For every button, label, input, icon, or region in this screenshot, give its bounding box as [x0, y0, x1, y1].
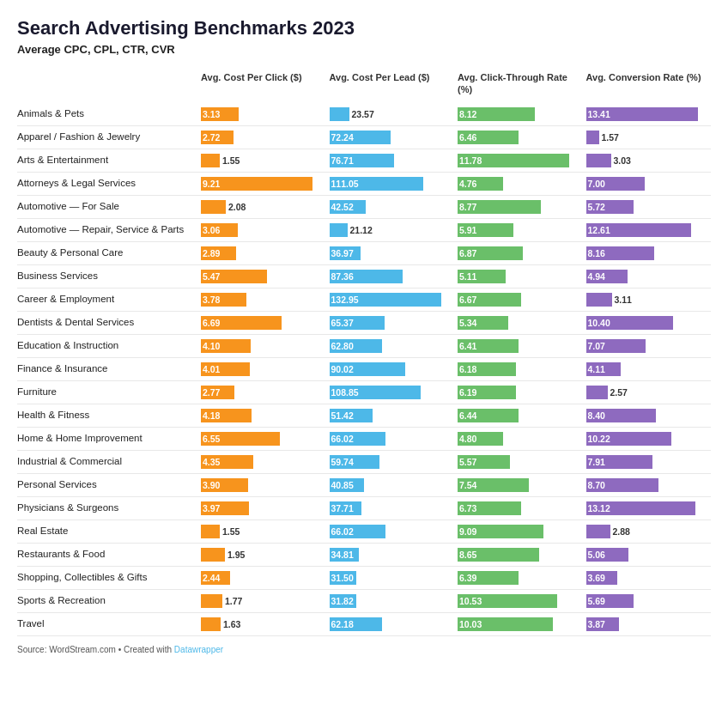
cvr-bar: 8.16: [586, 246, 654, 260]
category-label: Travel: [17, 617, 197, 630]
cpl-cell: 31.50: [326, 569, 455, 586]
cvr-cell: 10.40: [583, 314, 712, 331]
cpc-bar: 3.90: [201, 478, 248, 492]
ctr-bar: 6.19: [458, 386, 516, 399]
cpc-bar: 3.13: [201, 107, 239, 121]
cpc-bar: 4.35: [201, 455, 253, 469]
table-row: Health & Fitness4.1851.426.448.40: [17, 404, 711, 428]
ctr-cell: 4.76: [454, 175, 583, 192]
cpl-bar: 66.02: [330, 525, 385, 538]
cpc-cell: 2.77: [197, 384, 326, 401]
cpl-bar: 36.97: [330, 246, 361, 260]
cvr-bar: 5.06: [586, 548, 628, 562]
cpl-bar: 65.37: [330, 316, 385, 330]
cvr-cell: 8.40: [583, 407, 712, 424]
cpc-cell: 1.55: [197, 523, 326, 540]
cpl-cell: 37.71: [326, 500, 455, 517]
category-label: Industrial & Commercial: [17, 455, 197, 468]
cpl-bar: [330, 223, 348, 237]
table-row: Industrial & Commercial4.3559.745.577.91: [17, 451, 711, 474]
table-row: Personal Services3.9040.857.548.70: [17, 474, 711, 497]
category-label: Health & Fitness: [17, 409, 197, 422]
cvr-bar: 3.69: [586, 571, 617, 585]
category-label: Finance & Insurance: [17, 362, 197, 375]
table-row: Dentists & Dental Services6.6965.375.341…: [17, 312, 711, 335]
ctr-bar: 10.53: [458, 594, 557, 608]
cvr-cell: 5.06: [583, 546, 712, 563]
cpc-bar: 6.55: [201, 432, 280, 446]
ctr-cell: 10.53: [454, 592, 583, 610]
cpc-bar: 4.18: [201, 409, 252, 422]
cpl-cell: 132.95: [326, 291, 455, 308]
cpl-cell: 76.71: [326, 152, 455, 169]
cpl-bar: 31.82: [330, 594, 356, 608]
table-row: Physicians & Surgeons3.9737.716.7313.12: [17, 497, 711, 520]
datawrapper-link[interactable]: Datawrapper: [174, 645, 223, 654]
ctr-cell: 6.67: [454, 291, 583, 308]
cpc-cell: 3.06: [197, 222, 326, 239]
cvr-cell: 3.03: [583, 152, 712, 169]
cpl-bar: 90.02: [330, 362, 405, 376]
cvr-bar: 10.22: [586, 432, 671, 446]
ctr-cell: 6.39: [454, 569, 583, 586]
table-row: Arts & Entertainment1.5576.7111.783.03: [17, 149, 711, 173]
cpc-bar: 2.72: [201, 131, 234, 144]
cpl-cell: 90.02: [326, 361, 455, 378]
category-label: Arts & Entertainment: [17, 154, 197, 167]
ctr-bar: 7.54: [458, 478, 529, 492]
cvr-bar: [586, 154, 611, 167]
cvr-bar: 4.11: [586, 362, 621, 376]
cpl-cell: 66.02: [326, 523, 455, 540]
cpl-bar: 62.80: [330, 339, 382, 353]
ctr-cell: 11.78: [454, 152, 583, 169]
cvr-cell: 13.41: [583, 106, 712, 123]
cpc-bar: 4.10: [201, 339, 251, 353]
cvr-cell: 13.12: [583, 500, 712, 517]
cvr-bar: 7.07: [586, 339, 646, 353]
header-cvr: Avg. Conversion Rate (%): [583, 71, 712, 96]
cpl-bar: 40.85: [330, 478, 364, 492]
cvr-cell: 7.07: [583, 337, 712, 355]
category-label: Animals & Pets: [17, 107, 197, 120]
category-label: Automotive — For Sale: [17, 200, 197, 213]
table-row: Finance & Insurance4.0190.026.184.11: [17, 358, 711, 381]
cpl-cell: 65.37: [326, 314, 455, 331]
table-row: Automotive — Repair, Service & Parts3.06…: [17, 219, 711, 242]
cpl-bar: 62.18: [330, 617, 382, 631]
cpc-cell: 6.69: [197, 314, 326, 331]
cpc-bar: 3.06: [201, 223, 238, 237]
cpl-bar: 132.95: [330, 293, 441, 307]
cvr-bar: 5.72: [586, 200, 634, 214]
ctr-cell: 4.80: [454, 430, 583, 447]
cpl-bar: 111.05: [330, 177, 423, 191]
cvr-cell: 3.87: [583, 616, 712, 633]
page-subtitle: Average CPC, CPL, CTR, CVR: [17, 43, 711, 56]
table-row: Apparel / Fashion & Jewelry2.7272.246.46…: [17, 126, 711, 149]
category-label: Automotive — Repair, Service & Parts: [17, 223, 197, 236]
chart-container: Avg. Cost Per Click ($) Avg. Cost Per Le…: [17, 68, 711, 636]
category-label: Real Estate: [17, 525, 197, 538]
ctr-cell: 8.65: [454, 546, 583, 563]
category-label: Apparel / Fashion & Jewelry: [17, 131, 197, 143]
ctr-cell: 8.12: [454, 106, 583, 123]
cvr-bar: 12.61: [586, 223, 691, 237]
category-label: Furniture: [17, 386, 197, 398]
cpc-bar: [201, 154, 220, 167]
ctr-bar: 8.65: [458, 548, 539, 562]
cpl-cell: 21.12: [326, 222, 455, 239]
cvr-bar: 5.69: [586, 594, 634, 608]
cvr-bar: 7.91: [586, 455, 652, 469]
category-label: Attorneys & Legal Services: [17, 177, 197, 190]
cpl-bar: 66.02: [330, 432, 385, 446]
cpl-cell: 51.42: [326, 407, 455, 424]
ctr-bar: 6.18: [458, 362, 516, 376]
header-category: [17, 71, 197, 96]
footer: Source: WordStream.com • Created with Da…: [17, 645, 711, 654]
cpl-bar: 34.81: [330, 548, 359, 562]
cpl-cell: 62.80: [326, 337, 455, 355]
cvr-bar: 13.41: [586, 107, 698, 121]
cpl-bar: 31.50: [330, 571, 356, 585]
table-row: Business Services5.4787.365.114.94: [17, 265, 711, 289]
table-row: Education & Instruction4.1062.806.417.07: [17, 335, 711, 358]
page-title: Search Advertising Benchmarks 2023: [17, 17, 711, 39]
